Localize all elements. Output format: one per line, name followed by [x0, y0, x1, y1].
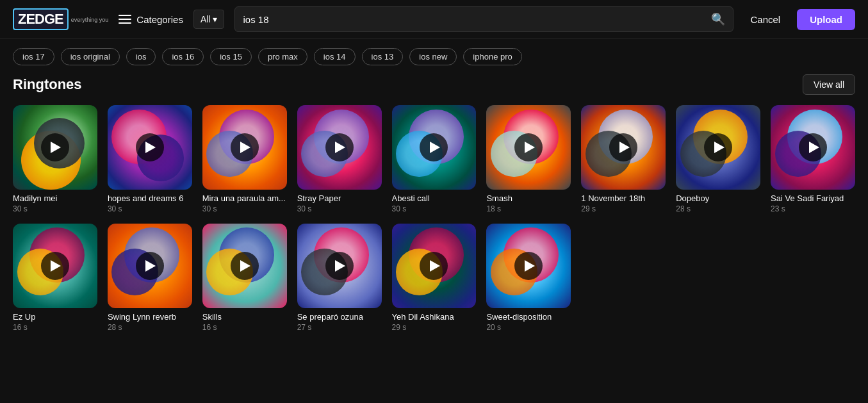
- tag-item[interactable]: ios 13: [362, 48, 404, 65]
- ringtone-card[interactable]: Dopeboy28 s: [676, 105, 760, 213]
- search-bar: 🔍: [234, 6, 733, 32]
- play-button[interactable]: [420, 252, 448, 280]
- ringtone-name: Swing Lynn reverb: [108, 312, 192, 322]
- ringtone-name: Smash: [486, 193, 571, 203]
- ringtone-card[interactable]: Skills16 s: [202, 224, 287, 332]
- ringtone-duration: 23 s: [771, 204, 855, 213]
- ringtone-duration: 16 s: [202, 323, 287, 332]
- play-button[interactable]: [514, 133, 543, 161]
- ringtone-card[interactable]: Sai Ve Sadi Fariyad23 s: [771, 105, 855, 213]
- logo-box: ZEDGE: [13, 8, 69, 30]
- ringtone-name: Sai Ve Sadi Fariyad: [771, 193, 855, 203]
- ringtone-thumbnail: [202, 224, 287, 308]
- tag-item[interactable]: pro max: [258, 48, 307, 65]
- ringtone-name: Yeh Dil Ashikana: [392, 312, 477, 322]
- tag-item[interactable]: ios new: [409, 48, 457, 65]
- ringtone-card[interactable]: Sweet-disposition20 s: [486, 224, 571, 332]
- ringtone-card[interactable]: Madilyn mei30 s: [13, 105, 97, 213]
- search-button[interactable]: 🔍: [711, 12, 725, 26]
- ringtone-card[interactable]: Swing Lynn reverb28 s: [108, 224, 192, 332]
- play-icon: [430, 142, 440, 153]
- ringtone-card[interactable]: 1 November 18th29 s: [581, 105, 666, 213]
- ringtone-thumbnail: [676, 105, 760, 190]
- play-icon: [240, 142, 250, 153]
- play-icon: [430, 260, 440, 272]
- section-header: Ringtones View all: [13, 74, 855, 95]
- play-icon: [145, 260, 156, 272]
- ringtone-duration: 30 s: [392, 204, 477, 213]
- ringtone-thumbnail: [392, 105, 477, 190]
- ringtone-thumbnail: [486, 105, 571, 190]
- categories-label: Categories: [136, 14, 183, 25]
- play-button[interactable]: [231, 252, 259, 280]
- ringtone-duration: 29 s: [392, 323, 477, 332]
- ringtone-duration: 30 s: [297, 204, 382, 213]
- ringtone-thumbnail: [13, 224, 97, 308]
- ringtone-card[interactable]: Stray Paper30 s: [297, 105, 382, 213]
- ringtone-card[interactable]: Smash18 s: [486, 105, 571, 213]
- tag-item[interactable]: ios original: [61, 48, 120, 65]
- cancel-button[interactable]: Cancel: [744, 10, 787, 29]
- logo-text: ZEDGE: [18, 11, 63, 27]
- play-icon: [525, 260, 535, 272]
- play-button[interactable]: [325, 133, 354, 161]
- play-icon: [51, 260, 61, 272]
- ringtone-card[interactable]: Abesti call30 s: [392, 105, 477, 213]
- ringtone-duration: 29 s: [581, 204, 666, 213]
- play-button[interactable]: [514, 252, 543, 280]
- play-icon: [335, 142, 345, 153]
- play-button[interactable]: [41, 133, 69, 161]
- tag-item[interactable]: ios 15: [210, 48, 252, 65]
- ringtone-name: 1 November 18th: [581, 193, 666, 203]
- ringtone-card[interactable]: Yeh Dil Ashikana29 s: [392, 224, 477, 332]
- play-button[interactable]: [325, 252, 354, 280]
- play-button[interactable]: [704, 133, 732, 161]
- play-button[interactable]: [136, 252, 164, 280]
- ringtone-duration: 20 s: [486, 323, 571, 332]
- ringtone-name: Abesti call: [392, 193, 477, 203]
- filter-label: All: [201, 14, 211, 24]
- ringtone-card[interactable]: hopes and dreams 630 s: [108, 105, 192, 213]
- ringtone-duration: 28 s: [108, 323, 192, 332]
- play-button[interactable]: [799, 133, 827, 161]
- logo-sub: everything you: [71, 17, 109, 23]
- ringtone-thumbnail: [108, 105, 192, 190]
- ringtone-name: Madilyn mei: [13, 193, 97, 203]
- ringtone-name: Se preparó ozuna: [297, 312, 382, 322]
- ringtone-thumbnail: [581, 105, 666, 190]
- filter-dropdown[interactable]: All ▾: [193, 10, 225, 29]
- ringtone-name: Stray Paper: [297, 193, 382, 203]
- ringtone-thumbnail: [13, 105, 97, 190]
- play-icon: [51, 142, 61, 153]
- tag-item[interactable]: iphone pro: [463, 48, 521, 65]
- play-button[interactable]: [41, 252, 69, 280]
- tags-row: ios 17ios originaliosios 16ios 15pro max…: [0, 39, 868, 74]
- ringtone-card[interactable]: Ez Up16 s: [13, 224, 97, 332]
- ringtone-duration: 16 s: [13, 323, 97, 332]
- play-button[interactable]: [420, 133, 448, 161]
- ringtone-thumbnail: [108, 224, 192, 308]
- ringtone-thumbnail: [771, 105, 855, 190]
- ringtone-thumbnail: [297, 224, 382, 308]
- ringtone-card[interactable]: Se preparó ozuna27 s: [297, 224, 382, 332]
- ringtone-thumbnail: [486, 224, 571, 308]
- play-button[interactable]: [136, 133, 164, 161]
- categories-button[interactable]: Categories: [119, 14, 183, 25]
- tag-item[interactable]: ios 14: [314, 48, 356, 65]
- tag-item[interactable]: ios 17: [13, 48, 54, 65]
- ringtone-duration: 30 s: [202, 204, 287, 213]
- ringtone-name: Sweet-disposition: [486, 312, 571, 322]
- play-icon: [145, 142, 156, 153]
- ringtone-name: Dopeboy: [676, 193, 760, 203]
- tag-item[interactable]: ios 16: [162, 48, 204, 65]
- ringtone-thumbnail: [297, 105, 382, 190]
- search-input[interactable]: [243, 14, 706, 25]
- view-all-button[interactable]: View all: [803, 74, 855, 95]
- ringtone-duration: 27 s: [297, 323, 382, 332]
- play-button[interactable]: [609, 133, 637, 161]
- tag-item[interactable]: ios: [126, 48, 156, 65]
- upload-button[interactable]: Upload: [797, 9, 855, 30]
- play-icon: [714, 142, 725, 153]
- ringtone-card[interactable]: Mira una paraula am...30 s: [202, 105, 287, 213]
- play-button[interactable]: [231, 133, 259, 161]
